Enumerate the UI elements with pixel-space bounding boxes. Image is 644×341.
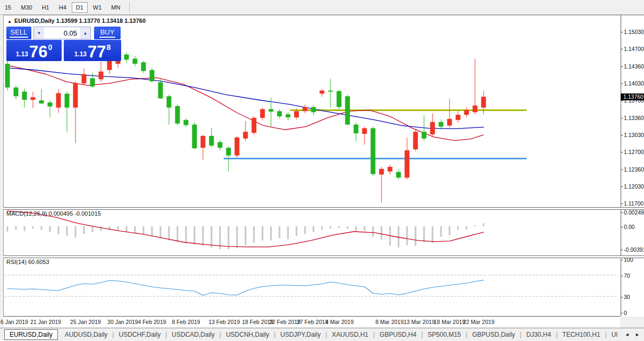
price-axis-label: 1.12030 [624,183,644,190]
chart-ohlc-header: ▲EURUSD,Daily 1.13599 1.13770 1.13418 1.… [7,18,146,24]
price-axis-label-tick [621,135,623,135]
sell-price-pip: 0 [48,43,53,52]
tab-dj30-h4[interactable]: DJ30,H4 [521,330,556,339]
buy-price-pip: 8 [107,43,111,52]
price-axis-label-tick [621,49,623,49]
macd-axis-label-tick [621,250,623,250]
price-axis-label: 1.14700 [624,46,644,52]
timeframe-button-mn[interactable]: MN [107,2,124,13]
rsi-axis-label-tick [621,297,623,297]
macd-axis-label-tick [621,212,623,213]
symbol-title: EURUSD,Daily [14,18,55,24]
trading-terminal-window: 15M30H1H4D1W1MN 1.150301.147001.143601.1… [0,0,644,341]
price-axis-label-tick [621,118,623,118]
date-axis-label: 13 Feb 2019 [209,319,240,325]
toolbar-separator [129,2,130,13]
tab-eurusd-daily[interactable]: EURUSD,Daily [4,329,58,340]
panel-divider-macd[interactable] [3,207,644,210]
timeframe-button-w1[interactable]: W1 [89,2,106,13]
date-axis-label: 25 Jan 2019 [70,319,101,325]
sell-price-prefix: 1.13 [16,50,28,58]
buy-price-prefix: 1.13 [74,50,87,58]
tab-sp500-m15[interactable]: SP500,M15 [423,330,466,339]
tab-scroll-arrows[interactable]: ◄ ► [625,332,642,337]
rsi-axis-label-tick [621,276,623,276]
date-axis[interactable]: 16 Jan 201921 Jan 201925 Jan 201930 Jan … [3,316,620,328]
price-axis-label: 1.14030 [624,80,644,87]
price-axis-label-tick [621,32,623,32]
price-axis-label-tick [621,186,623,187]
price-axis-label: 1.14360 [624,63,644,70]
ohlc-open: 1.13599 [56,18,78,24]
rsi-axis-label: 0 [624,310,627,316]
macd-axis-label: 0.002495 [624,209,644,216]
timeframe-button-h1[interactable]: H1 [38,2,54,13]
tab-ul[interactable]: Ul [607,330,622,339]
date-axis-label: 8 Mar 2019 [375,319,403,325]
rsi-axis-label: 30 [624,294,630,300]
ohlc-low: 1.13418 [101,18,123,24]
volume-stepper: ▼ 0.05 ▲ [33,27,91,39]
buy-button[interactable]: BUY [94,27,121,39]
price-axis-label: 1.12360 [624,166,644,173]
rsi-axis-label-tick [621,313,623,313]
price-axis-label-tick [621,100,623,101]
price-axis-label-tick [621,83,623,84]
date-axis-label: 4 Mar 2019 [325,319,353,325]
tab-usdcnh-daily[interactable]: USDCNH,Daily [221,330,274,339]
ohlc-close: 1.13760 [124,18,146,24]
price-axis-label-tick [621,66,623,67]
tab-audusd-daily[interactable]: AUDUSD,Daily [60,330,113,339]
rsi-indicator-label: RSI(14) 60.6053 [6,259,49,265]
volume-increase-icon[interactable]: ▲ [80,27,90,39]
tab-gbpusd-h4[interactable]: GBPUSD,H4 [375,330,421,339]
sell-button[interactable]: SELL [6,27,31,39]
tab-xauusd-h1[interactable]: XAUUSD,H1 [327,330,374,339]
macd-axis-label: -0.003919 [624,246,644,253]
macd-axis-label-tick [621,227,623,227]
tab-usdjpy-daily[interactable]: USDJPY,Daily [276,330,326,339]
volume-decrease-icon[interactable]: ▼ [34,27,44,39]
volume-input[interactable]: 0.05 [44,27,80,39]
date-axis-label: 8 Feb 2019 [172,319,200,325]
price-axis-label: 1.12700 [624,149,644,155]
price-axis-label-tick [621,203,623,204]
timeframe-button-m30[interactable]: M30 [16,2,36,13]
one-click-trade-widget: SELL ▼ 0.05 ▲ BUY 1.13 76 0 1.13 77 8 [6,27,121,61]
price-axis-label: 1.15030 [624,29,644,35]
sell-price-panel[interactable]: 1.13 76 0 [6,40,62,61]
buy-price-panel[interactable]: 1.13 77 8 [64,40,121,61]
chart-tab-bar: EURUSD,DailyAUDUSD,Daily|USDCHF,Daily|US… [0,328,644,341]
date-axis-label: 22 Feb 2019 [269,319,301,325]
date-axis-label: 22 Mar 2019 [463,319,495,325]
panel-divider-rsi[interactable] [3,255,644,258]
price-axis-label-tick [621,169,623,170]
macd-axis-label: 0.00 [624,224,634,230]
price-axis-label-tick [621,152,623,152]
date-axis-label: 21 Jan 2019 [30,319,61,325]
date-axis-label: 4 Feb 2019 [138,319,166,325]
price-axis-label: 1.13360 [624,115,644,121]
rsi-axis-label-tick [621,260,623,260]
timeframe-button-d1[interactable]: D1 [72,2,88,13]
rsi-axis-label: 70 [624,272,630,279]
tab-gbpusd-daily[interactable]: GBPUSD,Daily [468,330,520,339]
timeframe-button-15[interactable]: 15 [1,2,15,13]
buy-price-big: 77 [88,44,106,60]
tab-usdcad-daily[interactable]: USDCAD,Daily [167,330,219,339]
date-axis-label: 13 Mar 2019 [404,319,435,325]
tab-usdchf-daily[interactable]: USDCHF,Daily [114,330,166,339]
tab-tech100-h1[interactable]: TECH100,H1 [557,330,605,339]
price-axis-label: 1.13030 [624,132,644,138]
date-axis-label: 27 Feb 2019 [297,319,328,325]
macd-indicator-label: MACD(12,26,9) 0.000495 -0.001015 [6,210,101,217]
date-axis-label: 16 Jan 2019 [0,319,28,325]
ohlc-high: 1.13770 [79,18,100,24]
timeframe-button-h4[interactable]: H4 [55,2,71,13]
sell-price-big: 76 [29,44,47,60]
timeframe-toolbar: 15M30H1H4D1W1MN [0,0,644,15]
price-axis-label: 1.11700 [624,200,643,207]
price-axis-column: 1.150301.147001.143601.140301.137001.133… [621,15,644,317]
current-price-badge: 1.13760 [621,93,644,100]
collapse-arrow-icon[interactable]: ▲ [7,19,12,24]
